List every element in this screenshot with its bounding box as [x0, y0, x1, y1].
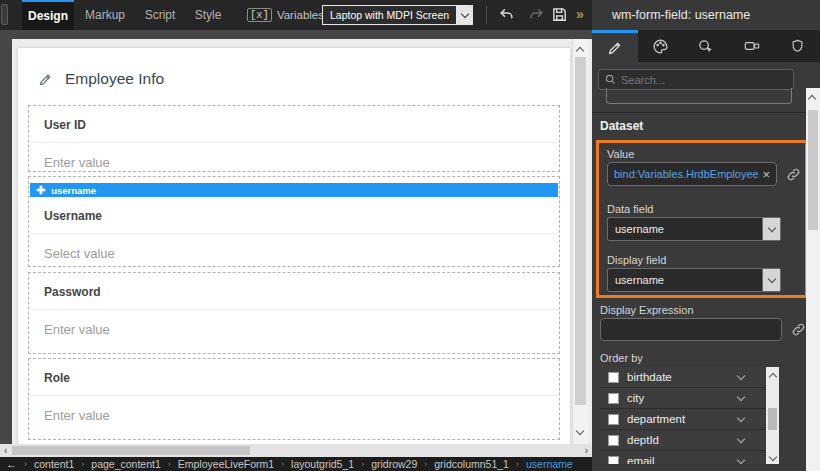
- chevron-down-icon[interactable]: [762, 218, 780, 240]
- breadcrumb-item-current[interactable]: username: [526, 458, 573, 470]
- order-by-label: Order by: [600, 352, 643, 364]
- checkbox-unchecked[interactable]: [608, 414, 619, 425]
- clear-value-icon[interactable]: ×: [762, 167, 770, 182]
- selected-widget-name: username: [51, 185, 96, 196]
- breadcrumb-item[interactable]: layoutgrid5_1: [291, 458, 354, 470]
- order-by-scrollbar[interactable]: [766, 367, 779, 464]
- toolbar-divider: [486, 6, 487, 24]
- field-input-placeholder[interactable]: Enter value: [29, 310, 559, 349]
- order-by-option[interactable]: deptId: [600, 430, 766, 451]
- field-role[interactable]: Role Enter value: [28, 358, 560, 440]
- scroll-up-icon[interactable]: [768, 373, 776, 381]
- tab-device[interactable]: [729, 30, 775, 62]
- breadcrumb-item[interactable]: gridrow29: [371, 458, 417, 470]
- scrollbar-thumb[interactable]: [808, 110, 818, 230]
- display-field-select[interactable]: username: [607, 268, 781, 292]
- field-input-placeholder[interactable]: Enter value: [29, 396, 559, 435]
- chevron-down-icon[interactable]: [737, 413, 745, 421]
- chevron-down-icon[interactable]: [737, 455, 745, 463]
- dataset-section-title: Dataset: [600, 119, 643, 133]
- search-input[interactable]: [621, 74, 771, 86]
- inspector-title: wm-form-field: username: [612, 8, 750, 22]
- inspector-tabbar: [592, 30, 820, 62]
- tab-inspect[interactable]: [683, 30, 729, 62]
- chevron-down-icon[interactable]: [737, 371, 745, 379]
- tab-styles[interactable]: [638, 30, 684, 62]
- form-title-row[interactable]: Employee Info: [38, 70, 164, 88]
- scrollbar-thumb[interactable]: [768, 408, 777, 430]
- breadcrumb-item[interactable]: EmployeeLiveForm1: [178, 458, 274, 470]
- data-field-value: username: [608, 218, 762, 240]
- scroll-up-icon[interactable]: [808, 95, 816, 103]
- canvas-left-edge: [0, 39, 12, 444]
- device-icon: [743, 38, 761, 54]
- field-username-selected[interactable]: ✚ username Username Select value: [28, 176, 560, 267]
- checkbox-unchecked[interactable]: [608, 393, 619, 404]
- field-label: Password: [29, 273, 559, 310]
- canvas-vertical-scrollbar[interactable]: [572, 39, 588, 444]
- option-label: deptId: [627, 434, 659, 446]
- tab-script-label: Script: [145, 8, 176, 22]
- checkbox-unchecked[interactable]: [608, 435, 619, 446]
- bind-link-icon[interactable]: [786, 167, 801, 182]
- scroll-right-icon[interactable]: ›: [585, 444, 588, 457]
- inspector-scrollbar[interactable]: [806, 88, 820, 471]
- chevron-down-icon[interactable]: [737, 392, 745, 400]
- chevron-down-icon[interactable]: [737, 434, 745, 442]
- tab-properties[interactable]: [592, 30, 638, 62]
- canvas-top-edge: [0, 30, 592, 39]
- device-selector-label: Laptop with MDPI Screen: [322, 5, 456, 25]
- scrolled-property-input[interactable]: [606, 88, 792, 104]
- tab-design[interactable]: Design: [22, 0, 74, 30]
- canvas-horizontal-scrollbar[interactable]: ‹ ›: [0, 444, 592, 457]
- display-expression-input[interactable]: [600, 318, 782, 341]
- value-bind-expression: bind:Variables.HrdbEmployeeData.data: [614, 168, 758, 180]
- order-by-option[interactable]: email: [600, 451, 766, 464]
- tab-script[interactable]: Script: [136, 0, 184, 30]
- move-handle-icon[interactable]: ✚: [36, 184, 45, 197]
- field-select-placeholder[interactable]: Select value: [29, 234, 559, 273]
- order-by-option[interactable]: city: [600, 388, 766, 409]
- option-label: email: [627, 455, 654, 464]
- chevron-down-icon[interactable]: [762, 269, 780, 291]
- scrollbar-thumb[interactable]: [575, 57, 586, 405]
- form-card[interactable]: Employee Info User ID Enter value ✚ user…: [18, 48, 570, 444]
- undo-icon[interactable]: [498, 7, 515, 23]
- breadcrumb-item[interactable]: page_content1: [91, 458, 160, 470]
- field-password[interactable]: Password Enter value: [28, 272, 560, 354]
- scroll-down-icon[interactable]: [768, 453, 776, 461]
- tab-markup-label: Markup: [85, 8, 125, 22]
- kebab-menu-icon[interactable]: ⋮: [463, 8, 478, 14]
- forward-arrow-icon[interactable]: ›: [24, 459, 27, 469]
- field-userid[interactable]: User ID Enter value: [28, 105, 560, 172]
- back-arrow-icon[interactable]: ←: [6, 458, 17, 470]
- scroll-left-icon[interactable]: ‹: [4, 444, 7, 457]
- section-divider: [592, 112, 806, 113]
- bind-link-icon[interactable]: [791, 322, 806, 337]
- data-field-select[interactable]: username: [607, 217, 781, 241]
- tab-security[interactable]: [774, 30, 820, 62]
- option-label: department: [627, 413, 685, 425]
- scrollbar-thumb[interactable]: [12, 446, 250, 455]
- breadcrumb-item[interactable]: content1: [34, 458, 74, 470]
- tab-markup[interactable]: Markup: [78, 0, 132, 30]
- collapsed-panel-edge[interactable]: [1, 4, 8, 25]
- scroll-down-icon[interactable]: [576, 427, 584, 435]
- property-search[interactable]: [598, 69, 794, 90]
- option-label: city: [627, 392, 644, 404]
- tab-style[interactable]: Style: [186, 0, 230, 30]
- top-toolbar: Design Markup Script Style [x] Variables…: [0, 0, 592, 30]
- breadcrumb-item[interactable]: gridcolumn51_1: [434, 458, 509, 470]
- order-by-option[interactable]: birthdate: [600, 367, 766, 388]
- device-selector[interactable]: Laptop with MDPI Screen: [322, 5, 473, 25]
- scroll-up-icon[interactable]: [576, 47, 584, 55]
- save-icon[interactable]: [551, 6, 568, 23]
- checkbox-unchecked[interactable]: [608, 372, 619, 383]
- selected-widget-bar[interactable]: ✚ username: [30, 183, 558, 197]
- pencil-icon: [607, 40, 623, 56]
- order-by-option[interactable]: department: [600, 409, 766, 430]
- value-input[interactable]: bind:Variables.HrdbEmployeeData.data ×: [607, 162, 777, 186]
- expand-panel-icon[interactable]: »: [576, 6, 584, 22]
- redo-icon[interactable]: [528, 7, 545, 23]
- checkbox-unchecked[interactable]: [608, 456, 619, 465]
